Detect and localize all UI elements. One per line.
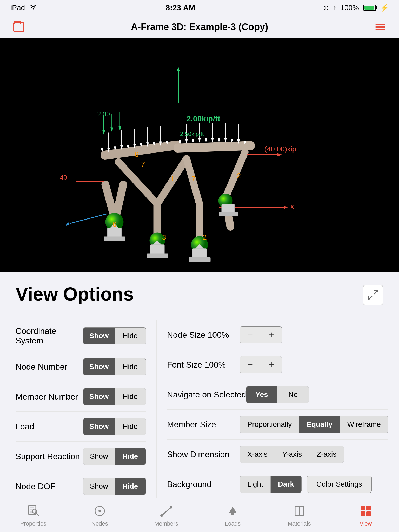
- load-row: Load Show Hide: [16, 412, 146, 442]
- svg-marker-5: [177, 67, 180, 71]
- node-dof-toggle[interactable]: Show Hide: [83, 478, 146, 495]
- svg-rect-120: [361, 511, 365, 516]
- navigate-yes[interactable]: Yes: [246, 386, 277, 403]
- node-size-label: Node Size 100%: [167, 330, 240, 340]
- coordinate-system-row: Coordinate System Show Hide: [16, 320, 146, 352]
- left-column: Coordinate System Show Hide Node Number …: [16, 320, 156, 501]
- svg-marker-88: [277, 153, 282, 156]
- svg-marker-81: [111, 128, 113, 131]
- nav-bar: A-Frame 3D: Example-3 (Copy): [0, 16, 399, 38]
- svg-line-110: [162, 507, 171, 516]
- support-reaction-toggle[interactable]: Show Hide: [83, 448, 146, 465]
- member-size-row: Member Size Proportionally Equally Wiref…: [167, 410, 388, 440]
- location-icon: ⊕: [323, 4, 329, 12]
- svg-text:x: x: [290, 202, 294, 210]
- bolt-icon: ⚡: [380, 4, 389, 12]
- svg-line-100: [368, 296, 372, 300]
- tab-view[interactable]: View: [332, 504, 399, 527]
- color-settings-button[interactable]: Color Settings: [307, 476, 372, 493]
- menu-button[interactable]: [372, 19, 389, 35]
- svg-marker-83: [119, 127, 121, 130]
- support-reaction-row: Support Reaction Show Hide: [16, 442, 146, 471]
- back-button[interactable]: [10, 19, 27, 35]
- load-show[interactable]: Show: [83, 418, 115, 435]
- member-size-wireframe[interactable]: Wireframe: [340, 416, 388, 433]
- node-dof-hide[interactable]: Hide: [115, 478, 146, 495]
- node-number-label: Node Number: [16, 362, 83, 372]
- node-size-minus[interactable]: −: [240, 327, 261, 343]
- svg-rect-119: [366, 506, 371, 510]
- node-number-show[interactable]: Show: [83, 358, 115, 375]
- load-label: Load: [16, 422, 83, 431]
- svg-marker-35: [101, 148, 103, 152]
- expand-button[interactable]: [363, 285, 383, 305]
- status-right: ⊕ ↑ 100% ⚡: [323, 4, 389, 12]
- tab-nodes[interactable]: Nodes: [66, 504, 133, 527]
- member-number-show[interactable]: Show: [83, 388, 115, 405]
- navigate-on-selected-row: Navigate on Selected Yes No: [167, 380, 388, 410]
- font-size-plus[interactable]: +: [261, 356, 282, 373]
- svg-marker-59: [185, 139, 188, 143]
- svg-point-112: [170, 506, 172, 509]
- member-size-equally[interactable]: Equally: [299, 416, 340, 433]
- coordinate-system-hide[interactable]: Hide: [115, 328, 146, 344]
- font-size-label: Font Size 100%: [167, 360, 240, 370]
- svg-text:3: 3: [162, 233, 166, 241]
- node-number-hide[interactable]: Hide: [115, 358, 146, 375]
- load-hide[interactable]: Hide: [115, 418, 146, 435]
- svg-text:2: 2: [203, 233, 207, 241]
- device-label: iPad: [10, 4, 25, 12]
- member-size-toggle[interactable]: Proportionally Equally Wireframe: [240, 416, 388, 433]
- panel-title: View Options: [16, 285, 134, 303]
- time-display: 8:23 AM: [165, 3, 195, 12]
- properties-icon: [26, 504, 41, 518]
- background-label: Background: [167, 480, 240, 489]
- dimension-xaxis[interactable]: X-axis: [240, 446, 275, 463]
- svg-text:6: 6: [135, 150, 138, 158]
- coordinate-system-toggle[interactable]: Show Hide: [83, 327, 146, 344]
- support-reaction-hide[interactable]: Hide: [115, 448, 146, 465]
- status-bar: iPad 8:23 AM ⊕ ↑ 100% ⚡: [0, 0, 399, 16]
- dimension-yaxis[interactable]: Y-axis: [275, 446, 309, 463]
- font-size-stepper[interactable]: − +: [240, 356, 282, 373]
- font-size-minus[interactable]: −: [240, 356, 261, 373]
- show-dimension-toggle[interactable]: X-axis Y-axis Z-axis: [240, 446, 344, 463]
- tab-members[interactable]: Members: [133, 504, 200, 527]
- svg-point-0: [33, 8, 34, 10]
- materials-icon: [292, 504, 307, 518]
- node-size-stepper[interactable]: − +: [240, 326, 282, 343]
- 3d-viewport[interactable]: x: [0, 38, 399, 272]
- load-toggle[interactable]: Show Hide: [83, 418, 146, 435]
- dimension-zaxis[interactable]: Z-axis: [309, 446, 344, 463]
- tab-materials[interactable]: Materials: [266, 504, 332, 527]
- svg-point-109: [98, 510, 101, 512]
- tab-loads[interactable]: Loads: [200, 504, 266, 527]
- member-number-toggle[interactable]: Show Hide: [83, 388, 146, 405]
- background-toggle[interactable]: Light Dark: [240, 476, 302, 493]
- battery-icon: [363, 5, 376, 11]
- member-size-proportionally[interactable]: Proportionally: [240, 416, 299, 433]
- node-dof-show[interactable]: Show: [83, 478, 115, 495]
- svg-rect-27: [147, 254, 169, 258]
- support-reaction-show[interactable]: Show: [83, 448, 115, 465]
- coordinate-system-show[interactable]: Show: [83, 328, 115, 344]
- svg-line-101: [374, 290, 378, 294]
- node-number-toggle[interactable]: Show Hide: [83, 358, 146, 375]
- svg-marker-79: [103, 130, 105, 134]
- navigate-on-selected-toggle[interactable]: Yes No: [246, 386, 309, 403]
- tab-properties-label: Properties: [20, 520, 46, 527]
- svg-line-13: [225, 152, 245, 198]
- navigate-no[interactable]: No: [277, 386, 309, 403]
- member-number-hide[interactable]: Hide: [115, 388, 146, 405]
- svg-text:2.00kip/ft: 2.00kip/ft: [187, 114, 220, 123]
- node-size-plus[interactable]: +: [261, 327, 282, 343]
- coordinate-system-label: Coordinate System: [16, 326, 83, 345]
- background-light[interactable]: Light: [240, 476, 271, 493]
- svg-line-6: [70, 214, 107, 224]
- expand-icon: [367, 289, 379, 301]
- svg-marker-69: [218, 138, 220, 142]
- svg-text:6: 6: [112, 220, 116, 228]
- member-number-label: Member Number: [16, 392, 83, 402]
- tab-properties[interactable]: Properties: [0, 504, 66, 527]
- background-dark[interactable]: Dark: [271, 476, 301, 493]
